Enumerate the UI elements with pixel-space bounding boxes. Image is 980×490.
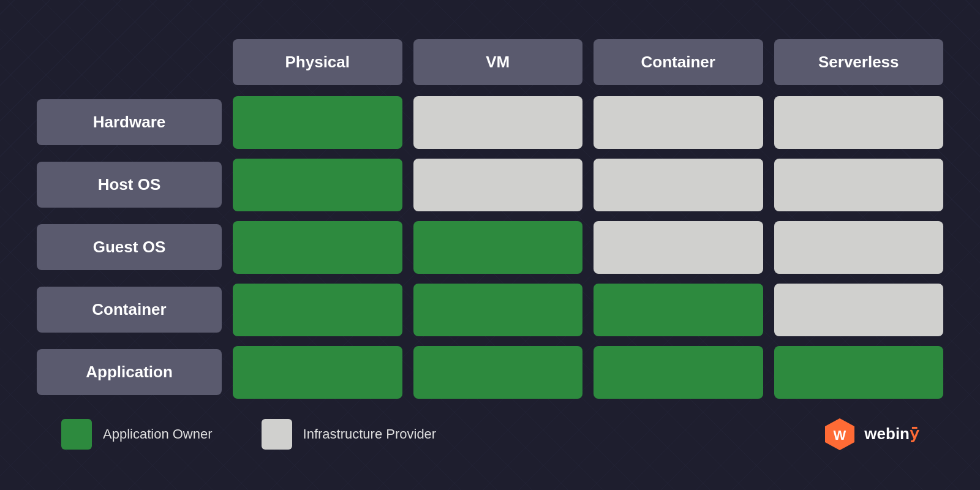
cell-hardware-serverless bbox=[774, 96, 944, 149]
cell-guestos-serverless bbox=[774, 221, 944, 274]
legend-swatch-gray bbox=[262, 419, 292, 450]
data-rows: Hardware Host OS Guest OS bbox=[37, 96, 943, 399]
svg-text:W: W bbox=[834, 428, 846, 443]
legend: Application Owner Infrastructure Provide… bbox=[37, 417, 943, 451]
cell-container-container bbox=[594, 284, 763, 336]
cell-guestos-physical bbox=[233, 221, 402, 274]
cell-container-serverless bbox=[774, 284, 944, 336]
brand-name-accent: ȳ bbox=[910, 424, 919, 443]
row-label-hardware: Hardware bbox=[37, 99, 222, 145]
table-row: Hardware bbox=[37, 96, 943, 149]
row-cells-hardware bbox=[233, 96, 943, 149]
row-cells-guestos bbox=[233, 221, 943, 274]
cell-hostos-serverless bbox=[774, 159, 944, 211]
comparison-table: Physical VM Container Serverless Hardwar… bbox=[37, 39, 943, 399]
table-row: Guest OS bbox=[37, 221, 943, 274]
cell-application-serverless bbox=[774, 346, 944, 399]
cell-hardware-physical bbox=[233, 96, 402, 149]
brand-hexagon-icon: W bbox=[823, 417, 857, 451]
row-label-guestos: Guest OS bbox=[37, 224, 222, 270]
cell-application-vm bbox=[413, 346, 583, 399]
legend-owner: Application Owner bbox=[61, 419, 213, 450]
row-cells-container bbox=[233, 284, 943, 336]
col-header-serverless: Serverless bbox=[774, 39, 944, 85]
brand-name-label: webinȳ bbox=[864, 424, 919, 443]
legend-provider-label: Infrastructure Provider bbox=[303, 426, 437, 442]
table-row: Application bbox=[37, 346, 943, 399]
row-cells-application bbox=[233, 346, 943, 399]
cell-hardware-vm bbox=[413, 96, 583, 149]
col-header-vm: VM bbox=[413, 39, 583, 85]
cell-guestos-container bbox=[594, 221, 763, 274]
col-header-physical: Physical bbox=[233, 39, 402, 85]
cell-container-vm bbox=[413, 284, 583, 336]
cell-guestos-vm bbox=[413, 221, 583, 274]
cell-application-container bbox=[594, 346, 763, 399]
row-label-hostos: Host OS bbox=[37, 162, 222, 208]
col-header-container: Container bbox=[594, 39, 763, 85]
table-row: Container bbox=[37, 284, 943, 336]
cell-hardware-container bbox=[594, 96, 763, 149]
row-cells-hostos bbox=[233, 159, 943, 211]
cell-hostos-vm bbox=[413, 159, 583, 211]
legend-owner-label: Application Owner bbox=[103, 426, 213, 442]
row-label-container: Container bbox=[37, 287, 222, 333]
table-row: Host OS bbox=[37, 159, 943, 211]
header-row: Physical VM Container Serverless bbox=[37, 39, 943, 85]
cell-hostos-physical bbox=[233, 159, 402, 211]
cell-application-physical bbox=[233, 346, 402, 399]
row-label-application: Application bbox=[37, 349, 222, 395]
legend-provider: Infrastructure Provider bbox=[262, 419, 437, 450]
cell-container-physical bbox=[233, 284, 402, 336]
legend-swatch-green bbox=[61, 419, 92, 450]
column-headers: Physical VM Container Serverless bbox=[233, 39, 943, 85]
brand-logo: W webinȳ bbox=[823, 417, 919, 451]
cell-hostos-container bbox=[594, 159, 763, 211]
